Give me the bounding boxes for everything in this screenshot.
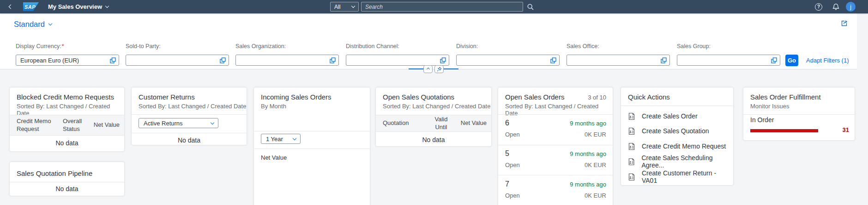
divider bbox=[132, 114, 247, 115]
cards-area: Blocked Credit Memo Requests Sorted By: … bbox=[0, 69, 868, 205]
required-marker: * bbox=[62, 43, 64, 50]
shellbar: SAP My Sales Overview All ? j bbox=[0, 0, 868, 13]
card-title: Customer Returns bbox=[139, 93, 195, 101]
search-scope-value: All bbox=[334, 4, 340, 10]
quick-action-create-sales-scheduling-agreement[interactable]: Create Sales Scheduling Agree... bbox=[628, 157, 733, 166]
share-button[interactable] bbox=[840, 19, 848, 29]
quick-action-create-credit-memo-request[interactable]: Create Credit Memo Request bbox=[628, 142, 726, 151]
help-icon: ? bbox=[815, 3, 822, 11]
order-age: 9 months ago bbox=[570, 150, 606, 157]
value-help-icon[interactable] bbox=[771, 57, 777, 63]
card-open-sales-quotations[interactable]: Open Sales Quotations Sorted By: Last Ch… bbox=[375, 87, 492, 147]
search-button[interactable] bbox=[527, 0, 534, 13]
search-scope-select[interactable]: All bbox=[330, 2, 359, 12]
search-input[interactable] bbox=[362, 2, 523, 11]
quick-action-label: Create Credit Memo Request bbox=[642, 143, 726, 150]
select-value: Active Returns bbox=[144, 120, 183, 127]
filter-label-text: Sales Group: bbox=[677, 43, 711, 50]
card-title: Blocked Credit Memo Requests bbox=[17, 93, 114, 101]
period-select[interactable]: 1 Year bbox=[261, 134, 301, 144]
card-subtitle: Sorted By: Last Changed / Created Date bbox=[139, 103, 246, 110]
returns-filter-select[interactable]: Active Returns bbox=[139, 118, 218, 128]
filter-field-sold-to-party: Sold-to Party: bbox=[126, 43, 229, 66]
sold-to-party-input[interactable] bbox=[126, 55, 216, 65]
filter-label: Sales Group: bbox=[677, 43, 780, 55]
card-sales-order-fulfillment[interactable]: Sales Order Fulfillment Monitor Issues I… bbox=[743, 87, 855, 141]
chart-measure-label: Net Value bbox=[261, 154, 287, 161]
adapt-filters-link[interactable]: Adapt Filters (1) bbox=[806, 57, 849, 64]
pushpin-icon bbox=[437, 67, 442, 72]
distribution-channel-input[interactable] bbox=[346, 55, 436, 65]
card-open-sales-orders[interactable]: Open Sales Orders 3 of 10 Sorted By: Las… bbox=[498, 87, 613, 205]
variant-title: Standard bbox=[14, 20, 45, 29]
help-button[interactable]: ? bbox=[815, 0, 822, 13]
app-title-menu[interactable]: My Sales Overview bbox=[48, 0, 108, 13]
filter-input-box bbox=[16, 55, 119, 66]
display-currency-input[interactable] bbox=[16, 55, 106, 65]
sales-group-input[interactable] bbox=[677, 55, 767, 65]
order-status: Open bbox=[505, 131, 520, 138]
metric-value: 31 bbox=[843, 126, 849, 133]
my-sales-overview-page: SAP My Sales Overview All ? j Standard bbox=[0, 0, 868, 205]
sap-logo[interactable]: SAP bbox=[23, 2, 39, 11]
list-item-row: 6 9 months ago bbox=[505, 119, 606, 127]
variant-selector[interactable]: Standard bbox=[14, 20, 52, 29]
value-help-icon[interactable] bbox=[220, 57, 226, 63]
sales-document-icon bbox=[628, 127, 635, 135]
sales-document-icon bbox=[628, 173, 635, 181]
value-help-icon[interactable] bbox=[440, 57, 446, 63]
avatar-initial: j bbox=[850, 4, 851, 10]
divider-accent-right bbox=[444, 68, 458, 69]
no-data-text: No data bbox=[132, 137, 247, 144]
order-value: 0K EUR bbox=[585, 192, 606, 199]
sap-logo-text: SAP bbox=[24, 4, 36, 10]
quick-action-create-sales-order[interactable]: Create Sales Order bbox=[628, 112, 698, 121]
chevron-down-icon bbox=[293, 137, 296, 140]
user-menu-button[interactable]: j bbox=[846, 0, 856, 13]
chevron-down-icon bbox=[105, 4, 109, 8]
card-blocked-credit-memo-requests[interactable]: Blocked Credit Memo Requests Sorted By: … bbox=[9, 87, 125, 152]
magnifier-icon bbox=[527, 3, 534, 11]
divider bbox=[498, 145, 613, 145]
help-glyph: ? bbox=[817, 4, 820, 9]
notifications-button[interactable] bbox=[832, 0, 839, 13]
sales-document-icon bbox=[628, 143, 635, 150]
scrollbar-track[interactable] bbox=[857, 13, 868, 205]
filter-field-display-currency: Display Currency:* bbox=[16, 43, 119, 66]
sales-document-icon bbox=[628, 112, 635, 120]
value-help-icon[interactable] bbox=[661, 57, 667, 63]
card-sales-quotation-pipeline[interactable]: Sales Quotation Pipeline No data bbox=[9, 162, 125, 196]
card-title: Sales Order Fulfillment bbox=[750, 93, 821, 101]
back-button[interactable] bbox=[9, 0, 12, 13]
filter-label: Sold-to Party: bbox=[126, 43, 229, 55]
value-help-icon[interactable] bbox=[550, 57, 556, 63]
quick-action-label: Create Sales Scheduling Agree... bbox=[641, 154, 733, 169]
card-subtitle: Monitor Issues bbox=[750, 103, 790, 110]
column-header: Valid Until bbox=[423, 116, 453, 131]
division-input[interactable] bbox=[457, 55, 546, 65]
collapse-header-button[interactable] bbox=[423, 65, 433, 73]
list-item-row: Open 0K EUR bbox=[505, 162, 606, 168]
filter-field-sales-organization: Sales Organization: bbox=[235, 43, 339, 66]
divider bbox=[254, 149, 370, 149]
order-id: 6 bbox=[505, 119, 509, 127]
value-help-icon[interactable] bbox=[110, 57, 116, 63]
sales-office-input[interactable] bbox=[567, 55, 657, 65]
filter-field-sales-office: Sales Office: bbox=[567, 43, 670, 66]
filter-label-text: Display Currency: bbox=[16, 43, 61, 50]
quick-action-create-sales-quotation[interactable]: Create Sales Quotation bbox=[628, 126, 709, 136]
go-button[interactable]: Go bbox=[785, 55, 798, 66]
value-help-icon[interactable] bbox=[330, 57, 336, 63]
order-id: 7 bbox=[505, 180, 509, 188]
pin-header-button[interactable] bbox=[434, 65, 444, 73]
card-incoming-sales-orders[interactable]: Incoming Sales Orders By Month 1 Year Ne… bbox=[253, 87, 370, 205]
quick-action-create-customer-return[interactable]: Create Customer Return - VA01 bbox=[628, 172, 733, 181]
sales-organization-input[interactable] bbox=[236, 55, 326, 65]
order-status: Open bbox=[505, 162, 520, 168]
card-customer-returns[interactable]: Customer Returns Sorted By: Last Changed… bbox=[131, 87, 247, 145]
filter-label-text: Sales Office: bbox=[567, 43, 599, 50]
quick-action-label: Create Sales Order bbox=[642, 112, 698, 120]
card-title: Incoming Sales Orders bbox=[261, 93, 332, 101]
avatar: j bbox=[846, 2, 856, 12]
card-counter: 3 of 10 bbox=[588, 94, 606, 101]
